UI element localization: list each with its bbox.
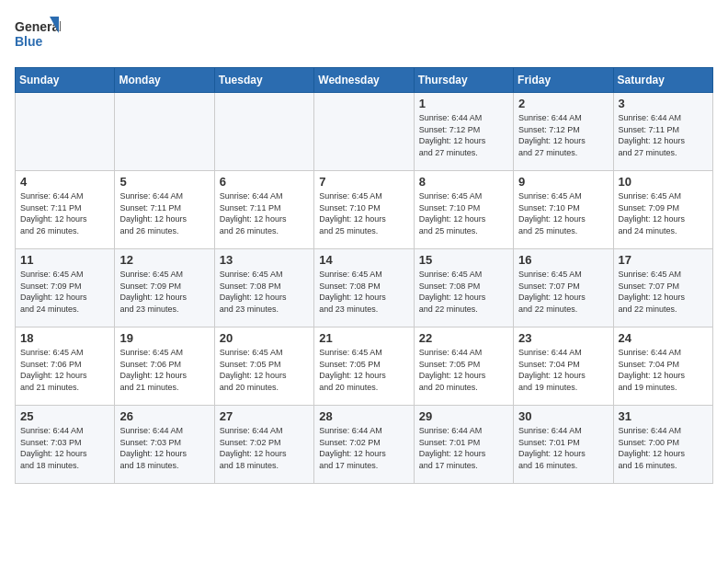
day-cell: 3Sunrise: 6:44 AM Sunset: 7:11 PM Daylig… xyxy=(613,93,712,171)
day-number: 26 xyxy=(119,409,209,423)
day-cell xyxy=(115,93,214,171)
day-info: Sunrise: 6:45 AM Sunset: 7:08 PM Dayligh… xyxy=(419,269,508,315)
day-number: 30 xyxy=(518,409,608,423)
day-info: Sunrise: 6:45 AM Sunset: 7:05 PM Dayligh… xyxy=(319,347,408,393)
day-info: Sunrise: 6:45 AM Sunset: 7:06 PM Dayligh… xyxy=(119,347,209,393)
day-info: Sunrise: 6:45 AM Sunset: 7:09 PM Dayligh… xyxy=(119,269,209,315)
day-cell xyxy=(214,93,313,171)
day-info: Sunrise: 6:44 AM Sunset: 7:05 PM Dayligh… xyxy=(419,347,508,393)
day-number: 13 xyxy=(220,253,309,267)
day-number: 28 xyxy=(319,409,408,423)
day-cell: 7Sunrise: 6:45 AM Sunset: 7:10 PM Daylig… xyxy=(314,171,414,249)
day-cell: 28Sunrise: 6:44 AM Sunset: 7:02 PM Dayli… xyxy=(314,406,414,484)
day-cell: 25Sunrise: 6:44 AM Sunset: 7:03 PM Dayli… xyxy=(16,406,115,484)
day-cell: 23Sunrise: 6:44 AM Sunset: 7:04 PM Dayli… xyxy=(514,327,613,406)
day-number: 11 xyxy=(20,253,109,267)
day-info: Sunrise: 6:44 AM Sunset: 7:00 PM Dayligh… xyxy=(619,425,708,471)
day-number: 20 xyxy=(220,331,309,345)
day-number: 10 xyxy=(619,175,708,189)
day-info: Sunrise: 6:44 AM Sunset: 7:02 PM Dayligh… xyxy=(319,425,408,471)
day-cell: 8Sunrise: 6:45 AM Sunset: 7:10 PM Daylig… xyxy=(414,171,513,249)
day-number: 9 xyxy=(518,175,608,189)
day-cell: 5Sunrise: 6:44 AM Sunset: 7:11 PM Daylig… xyxy=(115,171,214,249)
day-info: Sunrise: 6:44 AM Sunset: 7:04 PM Dayligh… xyxy=(619,347,708,393)
day-cell: 30Sunrise: 6:44 AM Sunset: 7:01 PM Dayli… xyxy=(514,406,613,484)
day-number: 23 xyxy=(518,331,608,345)
day-info: Sunrise: 6:44 AM Sunset: 7:11 PM Dayligh… xyxy=(619,112,708,158)
day-number: 2 xyxy=(518,97,608,110)
day-cell: 20Sunrise: 6:45 AM Sunset: 7:05 PM Dayli… xyxy=(214,327,313,406)
day-cell: 26Sunrise: 6:44 AM Sunset: 7:03 PM Dayli… xyxy=(115,406,214,484)
day-cell: 13Sunrise: 6:45 AM Sunset: 7:08 PM Dayli… xyxy=(214,249,313,327)
day-number: 3 xyxy=(619,97,708,110)
day-info: Sunrise: 6:44 AM Sunset: 7:02 PM Dayligh… xyxy=(220,425,309,471)
day-number: 21 xyxy=(319,331,408,345)
week-row-2: 4Sunrise: 6:44 AM Sunset: 7:11 PM Daylig… xyxy=(16,171,713,249)
day-number: 16 xyxy=(518,253,608,267)
day-number: 31 xyxy=(619,409,708,423)
day-number: 18 xyxy=(20,331,109,345)
day-info: Sunrise: 6:45 AM Sunset: 7:10 PM Dayligh… xyxy=(319,190,408,236)
header-cell-sunday: Sunday xyxy=(16,68,115,93)
day-cell: 16Sunrise: 6:45 AM Sunset: 7:07 PM Dayli… xyxy=(514,249,613,327)
day-cell: 1Sunrise: 6:44 AM Sunset: 7:12 PM Daylig… xyxy=(414,93,513,171)
logo: GeneralBlue xyxy=(15,15,61,56)
day-number: 24 xyxy=(619,331,708,345)
day-cell xyxy=(314,93,414,171)
day-info: Sunrise: 6:44 AM Sunset: 7:11 PM Dayligh… xyxy=(220,190,309,236)
svg-text:Blue: Blue xyxy=(15,34,43,49)
day-info: Sunrise: 6:44 AM Sunset: 7:12 PM Dayligh… xyxy=(518,112,608,158)
header-cell-thursday: Thursday xyxy=(414,68,513,93)
day-number: 14 xyxy=(319,253,408,267)
header-cell-saturday: Saturday xyxy=(613,68,712,93)
header-row: SundayMondayTuesdayWednesdayThursdayFrid… xyxy=(16,68,713,93)
day-cell: 14Sunrise: 6:45 AM Sunset: 7:08 PM Dayli… xyxy=(314,249,414,327)
calendar-body: 1Sunrise: 6:44 AM Sunset: 7:12 PM Daylig… xyxy=(16,93,713,484)
day-info: Sunrise: 6:45 AM Sunset: 7:10 PM Dayligh… xyxy=(419,190,508,236)
day-number: 7 xyxy=(319,175,408,189)
day-cell: 24Sunrise: 6:44 AM Sunset: 7:04 PM Dayli… xyxy=(613,327,712,406)
day-cell: 29Sunrise: 6:44 AM Sunset: 7:01 PM Dayli… xyxy=(414,406,513,484)
day-info: Sunrise: 6:44 AM Sunset: 7:01 PM Dayligh… xyxy=(518,425,608,471)
header-cell-tuesday: Tuesday xyxy=(214,68,313,93)
day-info: Sunrise: 6:45 AM Sunset: 7:05 PM Dayligh… xyxy=(220,347,309,393)
day-cell: 12Sunrise: 6:45 AM Sunset: 7:09 PM Dayli… xyxy=(115,249,214,327)
day-cell: 21Sunrise: 6:45 AM Sunset: 7:05 PM Dayli… xyxy=(314,327,414,406)
header-cell-friday: Friday xyxy=(514,68,613,93)
day-number: 25 xyxy=(20,409,109,423)
header-cell-monday: Monday xyxy=(115,68,214,93)
calendar-header: SundayMondayTuesdayWednesdayThursdayFrid… xyxy=(16,68,713,93)
day-cell: 4Sunrise: 6:44 AM Sunset: 7:11 PM Daylig… xyxy=(16,171,115,249)
day-cell: 9Sunrise: 6:45 AM Sunset: 7:10 PM Daylig… xyxy=(514,171,613,249)
day-info: Sunrise: 6:44 AM Sunset: 7:04 PM Dayligh… xyxy=(518,347,608,393)
day-cell: 22Sunrise: 6:44 AM Sunset: 7:05 PM Dayli… xyxy=(414,327,513,406)
day-number: 19 xyxy=(119,331,209,345)
day-cell xyxy=(16,93,115,171)
day-number: 12 xyxy=(119,253,209,267)
day-info: Sunrise: 6:45 AM Sunset: 7:07 PM Dayligh… xyxy=(619,269,708,315)
day-info: Sunrise: 6:45 AM Sunset: 7:09 PM Dayligh… xyxy=(20,269,109,315)
logo-svg: GeneralBlue xyxy=(15,15,61,56)
day-info: Sunrise: 6:45 AM Sunset: 7:06 PM Dayligh… xyxy=(20,347,109,393)
day-info: Sunrise: 6:45 AM Sunset: 7:10 PM Dayligh… xyxy=(518,190,608,236)
day-cell: 11Sunrise: 6:45 AM Sunset: 7:09 PM Dayli… xyxy=(16,249,115,327)
day-info: Sunrise: 6:44 AM Sunset: 7:03 PM Dayligh… xyxy=(119,425,209,471)
day-number: 5 xyxy=(119,175,209,189)
day-cell: 6Sunrise: 6:44 AM Sunset: 7:11 PM Daylig… xyxy=(214,171,313,249)
day-info: Sunrise: 6:44 AM Sunset: 7:03 PM Dayligh… xyxy=(20,425,109,471)
day-info: Sunrise: 6:44 AM Sunset: 7:12 PM Dayligh… xyxy=(419,112,508,158)
day-info: Sunrise: 6:44 AM Sunset: 7:11 PM Dayligh… xyxy=(20,190,109,236)
day-number: 8 xyxy=(419,175,508,189)
day-number: 29 xyxy=(419,409,508,423)
day-cell: 31Sunrise: 6:44 AM Sunset: 7:00 PM Dayli… xyxy=(613,406,712,484)
header-cell-wednesday: Wednesday xyxy=(314,68,414,93)
day-cell: 10Sunrise: 6:45 AM Sunset: 7:09 PM Dayli… xyxy=(613,171,712,249)
calendar-table: SundayMondayTuesdayWednesdayThursdayFrid… xyxy=(15,67,713,484)
day-number: 17 xyxy=(619,253,708,267)
week-row-4: 18Sunrise: 6:45 AM Sunset: 7:06 PM Dayli… xyxy=(16,327,713,406)
day-info: Sunrise: 6:45 AM Sunset: 7:09 PM Dayligh… xyxy=(619,190,708,236)
day-cell: 17Sunrise: 6:45 AM Sunset: 7:07 PM Dayli… xyxy=(613,249,712,327)
day-info: Sunrise: 6:44 AM Sunset: 7:01 PM Dayligh… xyxy=(419,425,508,471)
week-row-1: 1Sunrise: 6:44 AM Sunset: 7:12 PM Daylig… xyxy=(16,93,713,171)
day-info: Sunrise: 6:45 AM Sunset: 7:07 PM Dayligh… xyxy=(518,269,608,315)
